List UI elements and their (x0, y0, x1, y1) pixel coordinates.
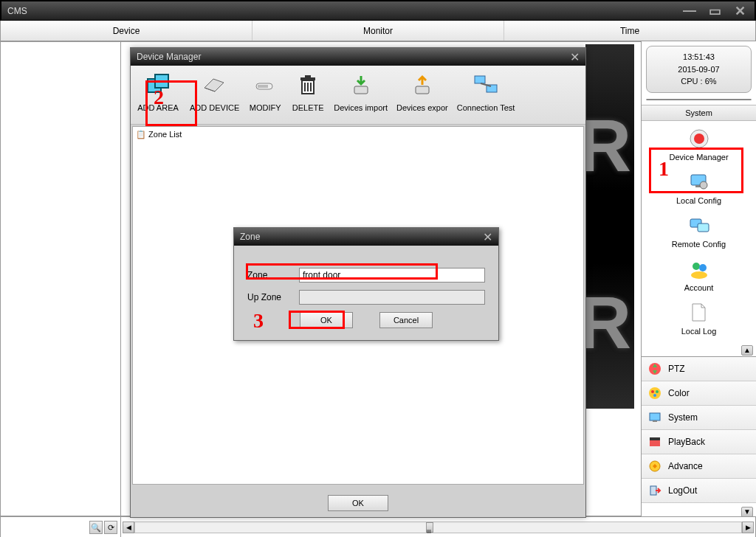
users-icon (687, 257, 711, 281)
clapper-icon (647, 434, 662, 449)
scroll-left-icon[interactable]: ◀ (123, 522, 134, 533)
status-date: 2015-09-07 (651, 63, 746, 76)
menu-monitor[interactable]: Monitor (252, 21, 504, 41)
toolbar-connection-test[interactable]: Connection Test (453, 70, 520, 124)
up-zone-field-label: Up Zone (247, 292, 299, 302)
left-panel (0, 41, 121, 516)
section-system-header: System (642, 105, 756, 121)
remote-config-icon (687, 214, 711, 238)
zoom-icon[interactable]: 🔍 (89, 521, 103, 534)
advance-icon (647, 459, 662, 474)
zone-input[interactable] (299, 268, 485, 283)
toolbar-add-device[interactable]: ADD DEVICE (185, 70, 244, 124)
svg-point-12 (651, 390, 654, 393)
export-icon (408, 70, 437, 100)
sidebar-local-log[interactable]: Local Log (645, 301, 753, 336)
modify-icon (250, 70, 280, 100)
panel-playback[interactable]: PlayBack (642, 430, 756, 454)
svg-rect-15 (650, 413, 660, 420)
svg-point-7 (693, 263, 700, 270)
panel-advance[interactable]: Advance (642, 454, 756, 479)
panel-system[interactable]: System (642, 406, 756, 430)
palette-icon (647, 386, 662, 401)
status-box: 13:51:43 2015-09-07 CPU : 6% (646, 46, 752, 93)
svg-point-8 (699, 264, 707, 271)
svg-rect-33 (475, 76, 485, 83)
cpu-progress (646, 99, 752, 100)
zone-dialog-titlebar[interactable]: Zone ✕ (234, 228, 498, 246)
svg-point-11 (649, 387, 661, 399)
zone-dialog-title: Zone (240, 232, 260, 242)
scroll-down-icon[interactable]: ▼ (741, 507, 753, 517)
minimize-button[interactable]: — (681, 4, 698, 18)
close-button[interactable]: ✕ (731, 4, 749, 18)
tree-root-label: Zone List (148, 130, 182, 139)
svg-rect-17 (650, 440, 660, 446)
maximize-button[interactable]: ▭ (706, 4, 724, 18)
panel-logout[interactable]: LogOut (642, 479, 756, 503)
dialog-titlebar[interactable]: Device Manager ✕ (131, 48, 585, 66)
toolbar-delete[interactable]: DELETE (286, 70, 329, 124)
scroll-right-icon[interactable]: ▶ (742, 522, 754, 533)
svg-point-1 (694, 134, 704, 144)
zone-cancel-button[interactable]: Cancel (379, 312, 433, 328)
toolbar-modify[interactable]: MODIFY (244, 70, 286, 124)
bottom-left-tools: 🔍 ⟳ (0, 516, 121, 537)
svg-rect-6 (698, 224, 709, 232)
add-area-icon (143, 70, 173, 100)
zone-ok-button[interactable]: OK (300, 312, 353, 328)
svg-point-14 (653, 394, 656, 397)
svg-rect-16 (653, 420, 657, 422)
sidebar-device-manager[interactable]: Device Manager (645, 127, 753, 162)
status-cpu: CPU : 6% (651, 75, 746, 88)
menu-device[interactable]: Device (1, 21, 252, 41)
scroll-up-icon[interactable]: ▲ (741, 345, 753, 356)
add-device-icon (200, 70, 230, 100)
tree-root-icon: 📋 (136, 130, 146, 139)
svg-rect-22 (155, 75, 168, 88)
zone-dialog: Zone ✕ Zone Up Zone OK Cancel (233, 227, 499, 341)
svg-rect-18 (650, 437, 660, 440)
svg-rect-26 (300, 77, 315, 80)
toolbar-devices-import[interactable]: Devices import (329, 70, 392, 124)
svg-point-4 (700, 181, 707, 189)
dialog-title: Device Manager (137, 52, 201, 62)
toolbar-devices-export[interactable]: Devices expor (392, 70, 453, 124)
zone-field-label: Zone (247, 270, 299, 280)
device-manager-ok-button[interactable]: OK (328, 495, 388, 511)
svg-point-9 (691, 271, 707, 279)
record-icon (687, 127, 711, 150)
title-bar: CMS — ▭ ✕ (0, 0, 756, 21)
svg-rect-27 (305, 75, 311, 77)
toolbar-add-area[interactable]: ADD AREA (131, 70, 185, 124)
dialog-close-icon[interactable]: ✕ (570, 50, 580, 64)
svg-rect-31 (354, 86, 368, 94)
import-icon (346, 70, 376, 100)
panel-ptz[interactable]: PTZ (642, 357, 756, 381)
ptz-icon (647, 361, 662, 376)
sidebar-account[interactable]: Account (645, 257, 753, 292)
svg-rect-20 (650, 486, 656, 495)
logout-icon (647, 483, 662, 498)
zone-dialog-close-icon[interactable]: ✕ (483, 230, 492, 244)
menu-time[interactable]: Time (504, 21, 755, 41)
svg-point-13 (656, 390, 659, 393)
monitor-gear-icon (687, 170, 711, 194)
svg-rect-32 (416, 86, 429, 94)
right-panel: 13:51:43 2015-09-07 CPU : 6% System Devi… (642, 41, 756, 516)
sidebar-local-config[interactable]: Local Config (645, 170, 753, 205)
video-background: R R (585, 44, 634, 409)
menu-bar: Device Monitor Time (0, 21, 756, 41)
status-time: 13:51:43 (651, 51, 746, 63)
panel-color[interactable]: Color (642, 381, 756, 406)
svg-rect-24 (258, 85, 268, 88)
refresh-icon[interactable]: ⟳ (104, 521, 117, 534)
connection-test-icon (471, 70, 501, 100)
app-title: CMS (7, 6, 681, 16)
system-icon (647, 410, 662, 425)
trash-icon (293, 70, 323, 100)
up-zone-input[interactable] (299, 290, 485, 305)
sidebar-remote-config[interactable]: Remote Config (645, 214, 753, 249)
document-icon (687, 301, 711, 325)
